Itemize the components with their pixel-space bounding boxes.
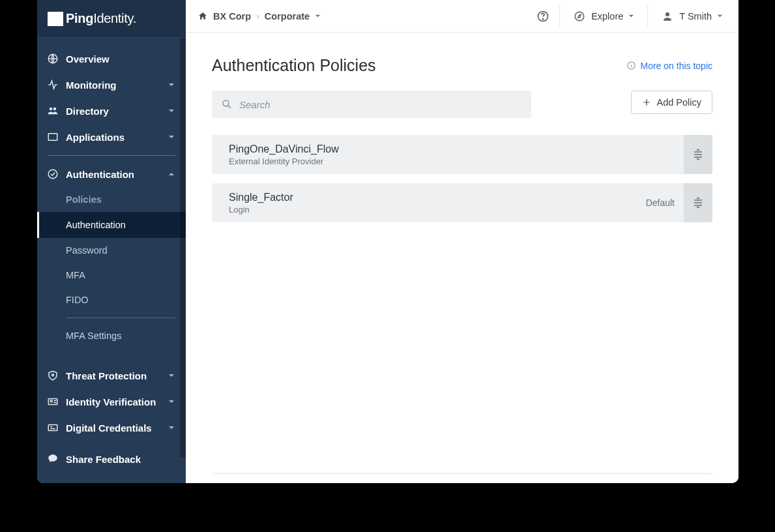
- topbar-divider: [647, 5, 648, 27]
- add-button-label: Add Policy: [656, 97, 701, 108]
- svg-point-7: [50, 400, 52, 402]
- shield-icon: [46, 369, 59, 382]
- policy-list: PingOne_DaVinci_FlowExternal Identity Pr…: [212, 135, 712, 222]
- svg-point-14: [223, 100, 229, 106]
- sidebar-item-overview[interactable]: Overview: [37, 46, 186, 72]
- more-on-topic-link[interactable]: More on this topic: [626, 61, 713, 71]
- policy-info: Single_FactorLogin: [229, 192, 646, 214]
- sidebar-nav: Overview Monitoring Directory: [37, 38, 186, 472]
- topbar: BX Corp › Corporate Explore: [186, 0, 738, 33]
- chevron-down-icon: [166, 396, 177, 407]
- brand-prefix: Ping: [66, 11, 93, 25]
- sidebar-sub-fido[interactable]: FIDO: [37, 288, 186, 312]
- sidebar-label-authentication: Authentication: [66, 169, 166, 180]
- sidebar-item-authentication[interactable]: Authentication: [37, 161, 186, 187]
- policy-info: PingOne_DaVinci_FlowExternal Identity Pr…: [229, 143, 684, 166]
- activity-icon: [46, 78, 59, 91]
- toolbar: Add Policy: [212, 91, 712, 118]
- sidebar-label-threat: Threat Protection: [66, 370, 166, 381]
- svg-rect-6: [48, 399, 57, 405]
- sidebar-sub-label: MFA Settings: [66, 331, 121, 341]
- search-box[interactable]: [212, 91, 531, 118]
- explore-label: Explore: [591, 11, 623, 22]
- chevron-down-icon[interactable]: [315, 13, 321, 19]
- users-icon: [46, 104, 59, 117]
- svg-point-4: [48, 170, 57, 179]
- search-input[interactable]: [239, 99, 522, 110]
- breadcrumb-sep: ›: [256, 11, 259, 22]
- breadcrumb-root[interactable]: BX Corp: [213, 11, 251, 22]
- svg-point-5: [52, 374, 54, 376]
- sidebar-item-digital-credentials[interactable]: Digital Credentials: [37, 415, 186, 441]
- user-menu[interactable]: T Smith: [657, 10, 727, 23]
- page-header: Authentication Policies More on this top…: [212, 56, 712, 75]
- sidebar-sub-policies[interactable]: Policies: [37, 187, 186, 212]
- plus-icon: [642, 98, 651, 107]
- drag-handle-icon[interactable]: [684, 135, 712, 174]
- window-icon: [46, 130, 59, 143]
- page-title: Authentication Policies: [212, 56, 376, 75]
- sidebar-item-identity-verification[interactable]: Identity Verification: [37, 389, 186, 415]
- svg-rect-3: [48, 134, 57, 141]
- brand-text: PingIdentity.: [66, 11, 136, 26]
- credentials-icon: [46, 421, 59, 434]
- sidebar-item-monitoring[interactable]: Monitoring: [37, 72, 186, 98]
- svg-point-10: [542, 18, 543, 19]
- chevron-up-icon: [166, 169, 177, 179]
- chevron-down-icon: [166, 106, 177, 116]
- sidebar-label-monitoring: Monitoring: [66, 80, 166, 91]
- info-icon: [626, 61, 637, 71]
- topbar-divider: [559, 5, 560, 27]
- breadcrumb-env[interactable]: Corporate: [265, 11, 310, 22]
- sidebar-item-share-feedback[interactable]: Share Feedback: [37, 446, 186, 472]
- default-badge: Default: [646, 198, 675, 208]
- svg-point-2: [53, 108, 57, 111]
- sidebar-item-applications[interactable]: Applications: [37, 124, 186, 150]
- sidebar-sub-authentication[interactable]: Authentication: [37, 212, 186, 238]
- breadcrumb: BX Corp › Corporate: [197, 11, 321, 22]
- policy-subtitle: Login: [229, 205, 646, 214]
- bottom-divider: [212, 473, 712, 474]
- check-circle-icon: [46, 168, 59, 181]
- sidebar-label-overview: Overview: [66, 53, 177, 65]
- brand-logo: [48, 12, 63, 26]
- chat-icon: [46, 452, 59, 466]
- sidebar-label-idv: Identity Verification: [66, 396, 166, 407]
- content-area: Authentication Policies More on this top…: [186, 33, 738, 483]
- policy-subtitle: External Identity Provider: [229, 156, 684, 166]
- svg-point-11: [575, 12, 584, 21]
- sidebar-item-directory[interactable]: Directory: [37, 98, 186, 124]
- brand-suffix: Identity.: [93, 11, 136, 25]
- sidebar-sub-label: FIDO: [66, 295, 89, 305]
- drag-handle-icon[interactable]: [684, 183, 712, 222]
- main-area: BX Corp › Corporate Explore: [186, 0, 738, 483]
- add-policy-button[interactable]: Add Policy: [631, 91, 712, 114]
- svg-rect-8: [48, 425, 57, 431]
- chevron-down-icon: [166, 132, 177, 142]
- explore-dropdown[interactable]: Explore: [569, 10, 638, 23]
- sidebar-sub-mfa[interactable]: MFA: [37, 263, 186, 288]
- chevron-down-icon: [628, 13, 634, 19]
- search-icon: [221, 98, 233, 110]
- sidebar-sub-password[interactable]: Password: [37, 238, 186, 263]
- sidebar-sub-mfa-settings[interactable]: MFA Settings: [37, 323, 186, 348]
- chevron-down-icon: [166, 422, 177, 433]
- nav-divider: [48, 155, 175, 156]
- policy-row[interactable]: PingOne_DaVinci_FlowExternal Identity Pr…: [212, 135, 712, 174]
- sidebar-sub-label: MFA: [66, 270, 85, 280]
- brand-header: PingIdentity.: [37, 0, 186, 38]
- svg-point-12: [665, 12, 669, 16]
- sidebar-label-feedback: Share Feedback: [66, 454, 177, 465]
- home-icon[interactable]: [197, 11, 208, 22]
- sidebar-item-threat-protection[interactable]: Threat Protection: [37, 362, 186, 389]
- chevron-down-icon: [166, 370, 177, 381]
- help-icon[interactable]: [536, 9, 550, 23]
- sidebar-label-applications: Applications: [66, 132, 166, 143]
- policy-row[interactable]: Single_FactorLoginDefault: [212, 183, 712, 222]
- chevron-down-icon: [717, 13, 723, 19]
- nav-sub-divider: [66, 318, 175, 318]
- policy-name: PingOne_DaVinci_Flow: [229, 143, 684, 155]
- id-card-icon: [46, 395, 59, 408]
- chevron-down-icon: [166, 80, 177, 90]
- sidebar-sub-label: Password: [66, 245, 108, 256]
